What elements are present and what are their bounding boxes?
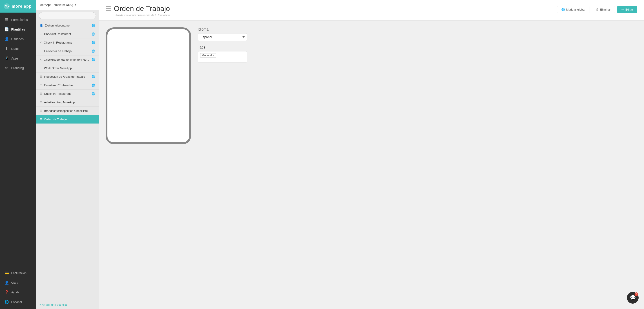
template-icon: ✕ xyxy=(40,58,42,61)
template-list-item[interactable]: ☰ Check-in Restaurant 🌐 xyxy=(36,90,99,98)
mark-global-label: Mark as global xyxy=(566,8,585,11)
chat-button[interactable]: 💬 3 xyxy=(627,292,638,304)
phone-frame xyxy=(106,27,191,144)
template-list-item[interactable]: ✕ Checklist de Mantenimiento y Re... 🌐 xyxy=(36,55,99,64)
sidebar-item-plantillas[interactable]: 📄 Plantillas xyxy=(0,24,36,34)
page-subtitle: Añade una breve descripción de tu formul… xyxy=(116,14,170,17)
template-list-item[interactable]: ☰ Entrevista de Trabajo 🌐 xyxy=(36,47,99,55)
title-row: ☰ Orden de Trabajo xyxy=(106,4,170,13)
globe-icon: 🌐 xyxy=(561,8,565,11)
template-name: Checklist de Mantenimiento y Re... xyxy=(44,58,89,61)
globe-icon: 🌐 xyxy=(92,92,95,95)
globe-icon: 🌐 xyxy=(92,49,95,53)
template-name: Arbeitsauftrag MoreApp xyxy=(44,101,75,104)
template-name: Work Order MoreApp xyxy=(44,66,72,70)
language-section: Idioma EspañolEnglishDeutschFrançais xyxy=(198,27,637,41)
branding-icon: ✏ xyxy=(4,66,8,70)
template-panel-header[interactable]: MoreApp Templates (300) ▼ xyxy=(36,0,99,10)
template-name: Inspección de Áreas de Trabajo xyxy=(44,75,85,78)
template-name: Entrevista de Trabajo xyxy=(44,49,72,53)
preview-area: Idioma EspañolEnglishDeutschFrançais Tag… xyxy=(99,21,644,309)
globe-icon: 🌐 xyxy=(92,58,95,61)
template-item-left: ☰ Entrevista de Trabajo xyxy=(40,49,72,53)
template-list-item[interactable]: ☰ Brandschutzinspektion Checkliste xyxy=(36,107,99,115)
editar-label: Editar xyxy=(625,8,633,11)
template-icon: ☰ xyxy=(40,92,42,95)
template-list-item[interactable]: ☰ Checklist Restaurant 🌐 xyxy=(36,30,99,38)
template-list-item[interactable]: ☰ Work Order MoreApp xyxy=(36,64,99,72)
search-input[interactable] xyxy=(39,12,96,19)
template-item-left: 👤 Ziekenhuisopname xyxy=(40,24,70,27)
template-list-item[interactable]: ☰ Entretien d'Embauche 🌐 xyxy=(36,81,99,90)
globe-icon: 🌐 xyxy=(92,75,95,78)
header-actions: 🌐 Mark as global 🗑 Eliminar ✏ Editar xyxy=(557,6,637,13)
add-template-button[interactable]: + Añadir una plantilla xyxy=(36,300,99,309)
template-icon: ☰ xyxy=(40,66,42,70)
template-list-item[interactable]: ✕ Check-in Restaurante 🌐 xyxy=(36,38,99,47)
template-icon: 👤 xyxy=(40,24,43,27)
settings-panel: Idioma EspañolEnglishDeutschFrançais Tag… xyxy=(198,27,637,302)
template-item-left: ☰ Inspección de Áreas de Trabajo xyxy=(40,75,85,78)
template-icon: ☰ xyxy=(40,118,42,121)
tags-section: Tags General× xyxy=(198,45,637,62)
template-icon: ☰ xyxy=(40,109,42,112)
template-item-left: ✕ Checklist de Mantenimiento y Re... xyxy=(40,58,89,61)
phone-mockup xyxy=(106,27,191,302)
template-name: Checklist Restaurant xyxy=(44,32,71,36)
sidebar-item-usuarios[interactable]: 👤 Usuarios xyxy=(0,34,36,44)
template-search-container xyxy=(36,10,99,21)
template-name: Ziekenhuisopname xyxy=(45,24,70,27)
sidebar-item-espanol[interactable]: 🌐 Español xyxy=(0,297,36,307)
globe-icon: 🌐 xyxy=(92,41,95,44)
tag-item: General× xyxy=(200,53,216,58)
sidebar-nav: ☰ Formularios 📄 Plantillas 👤 Usuarios ⬇ … xyxy=(0,12,36,266)
eliminar-button[interactable]: 🗑 Eliminar xyxy=(592,6,615,13)
sidebar-item-label: Español xyxy=(11,300,22,304)
usuarios-icon: 👤 xyxy=(4,37,8,41)
template-list-item[interactable]: ☰ Orden de Trabajo xyxy=(36,115,99,124)
plantillas-icon: 📄 xyxy=(4,27,8,31)
sidebar-item-branding[interactable]: ✏ Branding xyxy=(0,63,36,73)
template-list-item[interactable]: ☰ Arbeitsauftrag MoreApp xyxy=(36,98,99,107)
clara-icon: 👤 xyxy=(4,281,8,285)
template-name: Orden de Trabajo xyxy=(44,118,67,121)
tag-remove-button[interactable]: × xyxy=(213,54,214,57)
form-icon: ☰ xyxy=(106,5,111,12)
sidebar-item-label: Datos xyxy=(11,47,20,50)
sidebar-item-datos[interactable]: ⬇ Datos xyxy=(0,44,36,53)
logo-text: more app xyxy=(12,4,32,9)
globe-icon: 🌐 xyxy=(92,32,95,36)
template-item-left: ☰ Check-in Restaurant xyxy=(40,92,71,95)
template-icon: ☰ xyxy=(40,83,42,87)
template-list-item[interactable]: ☰ Inspección de Áreas de Trabajo 🌐 xyxy=(36,72,99,81)
chat-badge: 3 xyxy=(634,292,638,296)
template-name: Check-in Restaurante xyxy=(44,41,72,44)
globe-icon: 🌐 xyxy=(92,24,95,27)
sidebar-item-clara[interactable]: 👤 Clara xyxy=(0,278,36,288)
template-list: 👤 Ziekenhuisopname 🌐 ☰ Checklist Restaur… xyxy=(36,21,99,300)
sidebar-logo: more app xyxy=(0,0,36,12)
sidebar: more app ☰ Formularios 📄 Plantillas 👤 Us… xyxy=(0,0,36,309)
globe-icon: 🌐 xyxy=(92,83,95,87)
sidebar-item-ayuda[interactable]: ❓ Ayuda xyxy=(0,288,36,297)
apps-icon: 📱 xyxy=(4,56,8,60)
espanol-icon: 🌐 xyxy=(4,300,8,304)
eliminar-label: Eliminar xyxy=(600,8,611,11)
editar-button[interactable]: ✏ Editar xyxy=(617,6,637,13)
language-select[interactable]: EspañolEnglishDeutschFrançais xyxy=(198,33,247,41)
sidebar-item-apps[interactable]: 📱 Apps xyxy=(0,53,36,63)
template-name: Entretien d'Embauche xyxy=(44,83,73,87)
title-area: ☰ Orden de Trabajo Añade una breve descr… xyxy=(106,4,170,17)
language-label: Idioma xyxy=(198,27,637,31)
sidebar-item-label: Facturación xyxy=(11,271,26,275)
sidebar-item-formularios[interactable]: ☰ Formularios xyxy=(0,15,36,24)
mark-global-button[interactable]: 🌐 Mark as global xyxy=(557,6,590,13)
page-title: Orden de Trabajo xyxy=(114,4,170,13)
sidebar-item-facturacion[interactable]: 💳 Facturación xyxy=(0,268,36,278)
template-item-left: ☰ Work Order MoreApp xyxy=(40,66,72,70)
template-panel: MoreApp Templates (300) ▼ 👤 Ziekenhuisop… xyxy=(36,0,99,309)
template-list-item[interactable]: 👤 Ziekenhuisopname 🌐 xyxy=(36,21,99,30)
template-icon: ✕ xyxy=(40,41,42,44)
tags-box[interactable]: General× xyxy=(198,51,247,62)
facturacion-icon: 💳 xyxy=(4,271,8,275)
